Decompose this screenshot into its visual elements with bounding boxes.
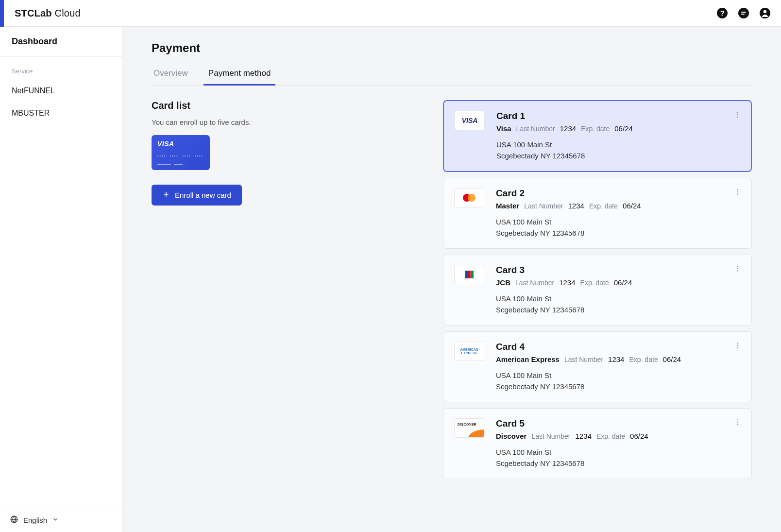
svg-point-8	[737, 112, 738, 113]
exp-date-label: Exp. date	[581, 125, 610, 133]
brand-strong: STCLab	[15, 8, 52, 18]
card-preview[interactable]: VISA •••• •••• •••• ••••	[152, 135, 210, 170]
card-more-menu[interactable]	[731, 109, 743, 120]
sidebar-item-mbuster[interactable]: MBUSTER	[0, 102, 122, 124]
svg-text:?: ?	[720, 9, 724, 17]
discover-logo-icon: DISCOVER	[454, 418, 484, 438]
svg-point-22	[737, 424, 738, 425]
sidebar-section-label: Service	[0, 57, 122, 80]
card-name: Card 1	[496, 111, 740, 121]
card-address: USA 100 Main StScgebectady NY 12345678	[496, 139, 740, 161]
exp-date-label: Exp. date	[589, 202, 618, 210]
main-content: Payment Overview Payment method Card lis…	[122, 27, 781, 532]
card-last4: 1234	[560, 124, 576, 133]
last-number-label: Last Number	[531, 432, 570, 440]
card-more-menu[interactable]	[732, 340, 744, 351]
visa-logo-icon: VISA	[455, 111, 485, 130]
last-number-label: Last Number	[524, 202, 563, 210]
topbar: STCLab Cloud ?	[0, 0, 781, 27]
card-name: Card 2	[496, 188, 741, 199]
card-address: USA 100 Main StScgebectady NY 12345678	[496, 447, 741, 469]
card-row[interactable]: DISCOVERCard 5DiscoverLast Number1234Exp…	[443, 408, 752, 479]
svg-rect-4	[741, 14, 745, 15]
exp-date-label: Exp. date	[629, 356, 658, 363]
svg-point-17	[737, 343, 738, 343]
plus-icon	[162, 190, 170, 200]
accent-bar	[0, 0, 4, 27]
card-name: Card 3	[496, 265, 741, 275]
card-brand: Visa	[496, 124, 511, 133]
card-more-menu[interactable]	[732, 186, 744, 198]
master-logo-icon	[454, 188, 484, 207]
sidebar: Dashboard Service NetFUNNEL MBUSTER Engl…	[0, 27, 122, 532]
tab-payment-method[interactable]: Payment method	[206, 64, 273, 85]
card-exp: 06/24	[630, 432, 648, 440]
visa-logo-icon: VISA	[157, 140, 204, 148]
card-address: USA 100 Main StScgebectady NY 12345678	[496, 293, 741, 315]
card-exp: 06/24	[614, 278, 632, 287]
enroll-card-button[interactable]: Enroll a new card	[152, 185, 242, 206]
card-brand: Discover	[496, 432, 526, 440]
svg-point-6	[764, 10, 766, 13]
card-row[interactable]: VISACard 1VisaLast Number1234Exp. date06…	[443, 100, 752, 172]
globe-icon	[10, 515, 18, 525]
svg-point-18	[737, 345, 738, 346]
svg-point-11	[737, 189, 738, 190]
card-list-subtitle: You can enroll up to five cards.	[152, 118, 424, 126]
last-number-label: Last Number	[516, 125, 555, 133]
card-exp: 06/24	[663, 355, 681, 363]
svg-rect-3	[741, 12, 746, 13]
card-exp: 06/24	[614, 124, 633, 133]
card-row[interactable]: Card 2MasterLast Number1234Exp. date06/2…	[443, 178, 752, 249]
svg-point-16	[737, 270, 738, 271]
language-selector[interactable]: English	[0, 508, 122, 532]
exp-date-label: Exp. date	[596, 432, 625, 440]
card-meta: DiscoverLast Number1234Exp. date06/24	[496, 432, 741, 440]
card-row[interactable]: AMERICANEXPRESSCard 4American ExpressLas…	[443, 331, 752, 402]
card-more-menu[interactable]	[732, 263, 744, 275]
card-preview-stripes	[157, 164, 204, 165]
chevron-down-icon	[52, 516, 59, 524]
chat-icon[interactable]	[737, 7, 750, 19]
svg-point-13	[737, 193, 738, 194]
card-address: USA 100 Main StScgebectady NY 12345678	[496, 370, 741, 392]
card-meta: JCBLast Number1234Exp. date06/24	[496, 278, 741, 287]
card-last4: 1234	[576, 432, 592, 440]
svg-point-15	[737, 268, 738, 269]
tab-overview[interactable]: Overview	[152, 64, 190, 85]
card-name: Card 5	[496, 418, 741, 429]
brand-light: Cloud	[55, 8, 81, 18]
jcb-logo-icon	[454, 265, 484, 284]
amex-logo-icon: AMERICANEXPRESS	[454, 342, 484, 361]
card-brand: Master	[496, 202, 519, 210]
card-brand: American Express	[496, 355, 560, 363]
svg-point-12	[737, 191, 738, 192]
svg-point-10	[737, 116, 738, 117]
card-row[interactable]: Card 3JCBLast Number1234Exp. date06/24US…	[443, 255, 752, 326]
cards-list: VISACard 1VisaLast Number1234Exp. date06…	[443, 100, 752, 479]
page-title: Payment	[152, 41, 752, 55]
svg-point-9	[737, 114, 738, 115]
language-label: English	[23, 516, 47, 524]
card-meta: American ExpressLast Number1234Exp. date…	[496, 355, 741, 363]
help-icon[interactable]: ?	[716, 7, 729, 19]
card-meta: MasterLast Number1234Exp. date06/24	[496, 202, 741, 210]
card-more-menu[interactable]	[732, 416, 744, 428]
sidebar-item-dashboard[interactable]: Dashboard	[0, 27, 122, 57]
card-last4: 1234	[559, 278, 575, 287]
card-last4: 1234	[608, 355, 624, 363]
brand-logo[interactable]: STCLab Cloud	[15, 8, 81, 19]
sidebar-item-netfunnel[interactable]: NetFUNNEL	[0, 80, 122, 102]
account-icon[interactable]	[759, 7, 771, 19]
exp-date-label: Exp. date	[580, 279, 609, 287]
card-last4: 1234	[568, 202, 584, 210]
svg-point-2	[738, 8, 749, 18]
svg-point-21	[737, 422, 738, 423]
last-number-label: Last Number	[515, 279, 554, 287]
svg-point-19	[737, 347, 738, 348]
card-exp: 06/24	[623, 202, 641, 210]
card-meta: VisaLast Number1234Exp. date06/24	[496, 124, 740, 133]
card-address: USA 100 Main StScgebectady NY 12345678	[496, 217, 741, 239]
svg-point-20	[737, 419, 738, 420]
tabs: Overview Payment method	[152, 64, 752, 86]
